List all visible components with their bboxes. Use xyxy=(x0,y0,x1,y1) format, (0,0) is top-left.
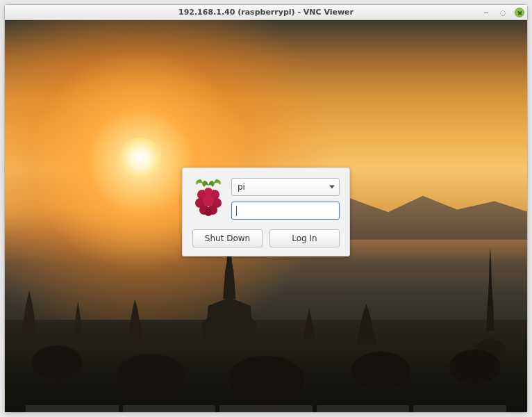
username-select[interactable]: pi xyxy=(231,178,340,196)
bottom-thumbnail-strip xyxy=(5,405,527,412)
login-button-label: Log In xyxy=(292,234,317,243)
login-panel: pi Shut Down Log In xyxy=(182,167,350,256)
raspberry-pi-logo-icon xyxy=(192,178,224,217)
svg-point-5 xyxy=(203,195,214,206)
username-selected-value: pi xyxy=(238,182,245,192)
window-title: 192.168.1.40 (raspberrypi) - VNC Viewer xyxy=(178,8,354,17)
window-titlebar[interactable]: 192.168.1.40 (raspberrypi) - VNC Viewer … xyxy=(5,5,527,20)
shutdown-button-label: Shut Down xyxy=(205,234,250,243)
close-button[interactable] xyxy=(515,8,524,17)
text-caret xyxy=(236,206,237,216)
minimize-button[interactable]: ─ xyxy=(481,8,491,17)
password-input[interactable] xyxy=(231,202,340,220)
shutdown-button[interactable]: Shut Down xyxy=(192,229,263,247)
svg-point-8 xyxy=(205,209,212,216)
login-button[interactable]: Log In xyxy=(269,229,340,247)
svg-point-2 xyxy=(204,188,213,196)
remote-desktop-viewport[interactable]: pi Shut Down Log In xyxy=(5,20,527,412)
window-controls: ─ ◌ xyxy=(481,5,524,20)
vnc-viewer-window: 192.168.1.40 (raspberrypi) - VNC Viewer … xyxy=(4,4,528,413)
chevron-down-icon xyxy=(329,186,335,189)
maximize-button[interactable]: ◌ xyxy=(498,8,508,17)
